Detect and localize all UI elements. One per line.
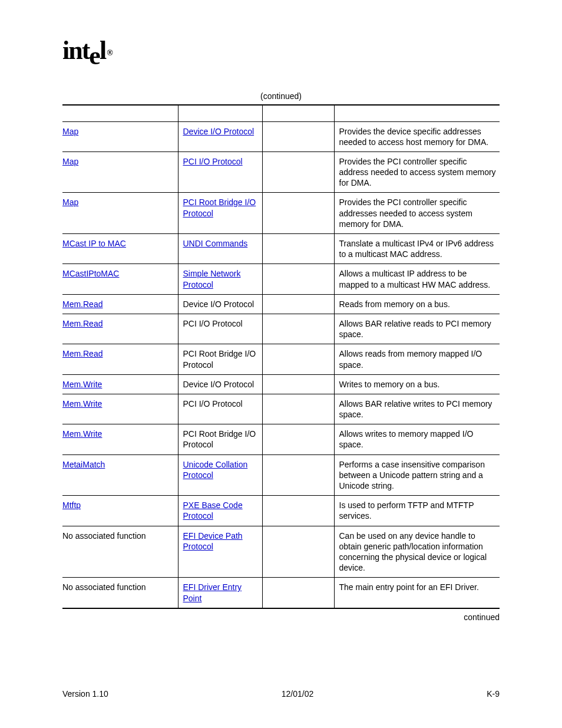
function-link[interactable]: Map (62, 197, 78, 207)
table-row: MCastIPtoMACSimple Network ProtocolAllow… (62, 264, 500, 294)
table-row: MetaiMatchUnicode Collation ProtocolPerf… (62, 454, 500, 496)
protocol-link[interactable]: Device I/O Protocol (183, 127, 254, 136)
protocol-link[interactable]: UNDI Commands (183, 239, 248, 248)
description-cell: Allows BAR relative writes to PCI memory… (334, 394, 500, 424)
empty-cell (262, 344, 334, 374)
description-cell: Writes to memory on a bus. (334, 374, 500, 394)
table-row: Mem.WriteDevice I/O ProtocolWrites to me… (62, 374, 500, 394)
protocol-link[interactable]: EFI Device Path Protocol (183, 531, 243, 551)
function-link[interactable]: Map (62, 127, 78, 136)
protocol-link[interactable]: Unicode Collation Protocol (183, 460, 248, 480)
empty-cell (262, 454, 334, 496)
function-name-cell: Mtftp (62, 496, 178, 526)
table-row: No associated functionEFI Device Path Pr… (62, 526, 500, 578)
empty-cell (262, 578, 334, 608)
footer-page-number: K-9 (487, 689, 500, 699)
description-cell: Provides the device specific addresses n… (334, 121, 500, 151)
protocol-cell: PCI I/O Protocol (178, 314, 262, 344)
description-cell: Provides the PCI controller specific add… (334, 193, 500, 234)
table-row: MapPCI I/O ProtocolProvides the PCI cont… (62, 151, 500, 193)
protocol-cell: UNDI Commands (178, 234, 262, 264)
function-link[interactable]: Mem.Read (62, 319, 103, 328)
description-cell: Allows reads from memory mapped I/O spac… (334, 344, 500, 374)
protocol-cell: EFI Device Path Protocol (178, 526, 262, 578)
table-row: MapDevice I/O ProtocolProvides the devic… (62, 121, 500, 151)
empty-cell (262, 121, 334, 151)
function-link[interactable]: Map (62, 157, 78, 166)
empty-cell (262, 314, 334, 344)
empty-cell (262, 264, 334, 294)
function-name-cell: Mem.Write (62, 374, 178, 394)
empty-cell (262, 496, 334, 526)
protocol-link[interactable]: PCI I/O Protocol (183, 157, 243, 166)
table-header-cell (262, 105, 334, 121)
function-name-cell: Mem.Read (62, 344, 178, 374)
table-header-cell (178, 105, 262, 121)
protocol-cell: Device I/O Protocol (178, 374, 262, 394)
page-footer: Version 1.10 12/01/02 K-9 (62, 689, 500, 699)
table-row: MCast IP to MACUNDI CommandsTranslate a … (62, 234, 500, 264)
protocol-cell: PCI Root Bridge I/O Protocol (178, 424, 262, 454)
function-link[interactable]: Mtftp (62, 500, 81, 510)
function-name-cell: Map (62, 193, 178, 234)
functions-table: MapDevice I/O ProtocolProvides the devic… (62, 104, 500, 609)
function-name-cell: No associated function (62, 526, 178, 578)
protocol-cell: Device I/O Protocol (178, 294, 262, 314)
function-link[interactable]: Mem.Write (62, 399, 102, 409)
protocol-cell: PCI Root Bridge I/O Protocol (178, 193, 262, 234)
function-link[interactable]: Mem.Write (62, 380, 102, 389)
empty-cell (262, 374, 334, 394)
protocol-link[interactable]: Simple Network Protocol (183, 269, 241, 289)
description-cell: Provides the PCI controller specific add… (334, 151, 500, 193)
protocol-cell: PCI I/O Protocol (178, 394, 262, 424)
protocol-cell: Simple Network Protocol (178, 264, 262, 294)
description-cell: Allows BAR relative reads to PCI memory … (334, 314, 500, 344)
function-name-cell: Mem.Read (62, 294, 178, 314)
table-row: Mem.WritePCI I/O ProtocolAllows BAR rela… (62, 394, 500, 424)
function-name-cell: MCast IP to MAC (62, 234, 178, 264)
description-cell: Allows writes to memory mapped I/O space… (334, 424, 500, 454)
function-link[interactable]: MCastIPtoMAC (62, 269, 119, 278)
protocol-cell: Unicode Collation Protocol (178, 454, 262, 496)
protocol-link[interactable]: PXE Base Code Protocol (183, 500, 243, 521)
table-row: MtftpPXE Base Code ProtocolIs used to pe… (62, 496, 500, 526)
table-header-cell (334, 105, 500, 121)
description-cell: Can be used on any device handle to obta… (334, 526, 500, 578)
empty-cell (262, 151, 334, 193)
function-name-cell: Map (62, 121, 178, 151)
protocol-link[interactable]: PCI Root Bridge I/O Protocol (183, 197, 256, 218)
description-cell: Allows a multicast IP address to be mapp… (334, 264, 500, 294)
protocol-cell: Device I/O Protocol (178, 121, 262, 151)
function-link[interactable]: Mem.Read (62, 299, 103, 309)
description-cell: Performs a case insensitive comparison b… (334, 454, 500, 496)
intel-logo: intel® (62, 35, 111, 65)
function-link[interactable]: MCast IP to MAC (62, 239, 126, 248)
description-cell: Translate a multicast IPv4 or IPv6 addre… (334, 234, 500, 264)
function-name-cell: Mem.Write (62, 394, 178, 424)
continued-label: continued (62, 612, 500, 622)
protocol-cell: EFI Driver Entry Point (178, 578, 262, 608)
table-row: No associated functionEFI Driver Entry P… (62, 578, 500, 608)
protocol-cell: PCI Root Bridge I/O Protocol (178, 344, 262, 374)
function-link[interactable]: Mem.Write (62, 429, 102, 439)
protocol-link[interactable]: EFI Driver Entry Point (183, 582, 242, 602)
function-link[interactable]: MetaiMatch (62, 460, 105, 469)
empty-cell (262, 526, 334, 578)
table-row: Mem.ReadPCI I/O ProtocolAllows BAR relat… (62, 314, 500, 344)
function-name-cell: MCastIPtoMAC (62, 264, 178, 294)
table-row: MapPCI Root Bridge I/O ProtocolProvides … (62, 193, 500, 234)
footer-version: Version 1.10 (62, 689, 108, 699)
function-name-cell: Mem.Read (62, 314, 178, 344)
function-link[interactable]: Mem.Read (62, 349, 103, 358)
function-name-cell: Mem.Write (62, 424, 178, 454)
table-row: Mem.ReadPCI Root Bridge I/O ProtocolAllo… (62, 344, 500, 374)
protocol-cell: PXE Base Code Protocol (178, 496, 262, 526)
empty-cell (262, 234, 334, 264)
function-name-cell: No associated function (62, 578, 178, 608)
protocol-cell: PCI I/O Protocol (178, 151, 262, 193)
description-cell: The main entry point for an EFI Driver. (334, 578, 500, 608)
function-name-cell: Map (62, 151, 178, 193)
description-cell: Is used to perform TFTP and MTFTP servic… (334, 496, 500, 526)
table-header-cell (62, 105, 178, 121)
description-cell: Reads from memory on a bus. (334, 294, 500, 314)
